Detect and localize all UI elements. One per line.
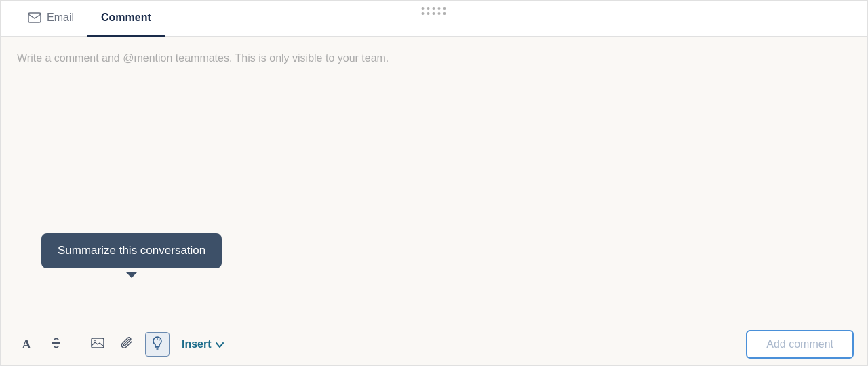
toolbar: A bbox=[1, 323, 867, 365]
attachment-icon bbox=[121, 336, 134, 353]
main-container: Email Comment Write a comment and @menti… bbox=[0, 0, 868, 366]
image-button[interactable] bbox=[85, 332, 110, 357]
tab-comment[interactable]: Comment bbox=[87, 1, 165, 37]
attachment-button[interactable] bbox=[115, 332, 140, 357]
strikethrough-button[interactable] bbox=[44, 332, 68, 357]
add-comment-button[interactable]: Add comment bbox=[746, 330, 854, 359]
tab-email[interactable]: Email bbox=[14, 1, 87, 37]
font-format-button[interactable]: A bbox=[14, 332, 39, 357]
image-icon bbox=[91, 338, 104, 352]
toolbar-divider-1 bbox=[77, 336, 77, 352]
drag-handle bbox=[422, 7, 447, 15]
lightbulb-icon bbox=[152, 336, 163, 353]
font-icon: A bbox=[22, 338, 31, 352]
tooltip-text: Summarize this conversation bbox=[58, 244, 205, 257]
svg-line-8 bbox=[155, 340, 155, 340]
comment-placeholder: Write a comment and @mention teammates. … bbox=[17, 50, 851, 66]
ai-summarize-button[interactable] bbox=[145, 332, 170, 357]
tab-bar: Email Comment bbox=[1, 1, 867, 37]
svg-rect-0 bbox=[28, 13, 41, 22]
chevron-down-icon bbox=[216, 338, 224, 350]
tab-email-label: Email bbox=[47, 12, 74, 24]
tab-comment-label: Comment bbox=[101, 12, 151, 24]
svg-rect-2 bbox=[92, 338, 104, 348]
comment-area[interactable]: Write a comment and @mention teammates. … bbox=[1, 37, 867, 323]
tooltip-wrapper: Summarize this conversation bbox=[41, 233, 222, 268]
summarize-tooltip: Summarize this conversation bbox=[41, 233, 222, 268]
svg-line-9 bbox=[159, 340, 160, 340]
strikethrough-icon bbox=[51, 337, 62, 352]
email-icon bbox=[28, 12, 41, 23]
insert-label: Insert bbox=[182, 338, 212, 350]
insert-button[interactable]: Insert bbox=[175, 334, 231, 354]
